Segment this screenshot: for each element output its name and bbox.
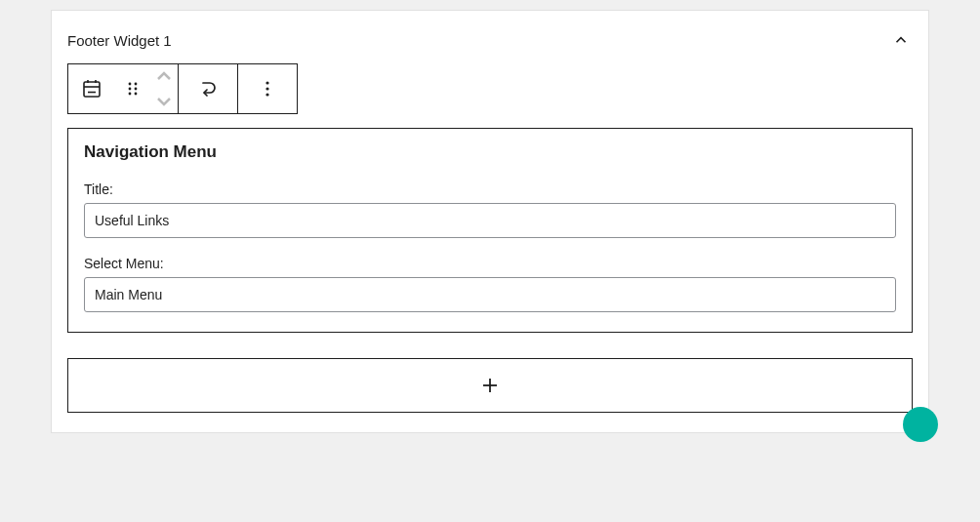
title-label: Title: [84,181,896,197]
svg-rect-0 [84,82,100,97]
block-toolbar [67,63,298,114]
svg-point-6 [135,83,138,86]
panel-title: Footer Widget 1 [67,32,172,49]
transform-button[interactable] [179,64,237,113]
toolbar-group-block [68,64,179,113]
chevron-up-icon [892,31,910,49]
plus-icon [478,374,502,397]
title-input[interactable] [84,203,896,238]
svg-point-9 [129,93,132,96]
drag-handle-button[interactable] [115,64,150,113]
svg-point-13 [265,93,268,96]
drag-handle-icon [121,77,144,100]
calendar-icon [80,77,103,100]
svg-point-12 [265,87,268,90]
floating-badge[interactable] [903,407,938,442]
select-menu-label: Select Menu: [84,256,896,271]
svg-point-11 [265,81,268,84]
svg-point-7 [129,88,132,91]
svg-point-10 [135,93,138,96]
toolbar-group-more [238,64,297,113]
panel-header: Footer Widget 1 [67,24,913,56]
more-options-button[interactable] [238,64,297,113]
title-field-row: Title: [84,181,896,238]
widget-name-heading: Navigation Menu [84,142,896,162]
add-block-button[interactable] [67,358,913,413]
more-vertical-icon [256,77,279,100]
svg-point-8 [135,88,138,91]
widget-card: Navigation Menu Title: Select Menu: Main… [67,128,913,333]
block-type-button[interactable] [68,64,115,113]
chevron-down-small-icon [152,90,176,113]
collapse-toggle[interactable] [889,28,913,52]
select-menu-row: Select Menu: Main Menu [84,256,896,312]
chevron-up-small-icon [152,64,176,88]
move-updown-button[interactable] [150,64,178,113]
select-menu-dropdown[interactable]: Main Menu [84,277,896,312]
transform-icon [196,77,220,100]
toolbar-group-transform [179,64,238,113]
svg-point-5 [129,83,132,86]
widget-panel: Footer Widget 1 [51,10,929,433]
